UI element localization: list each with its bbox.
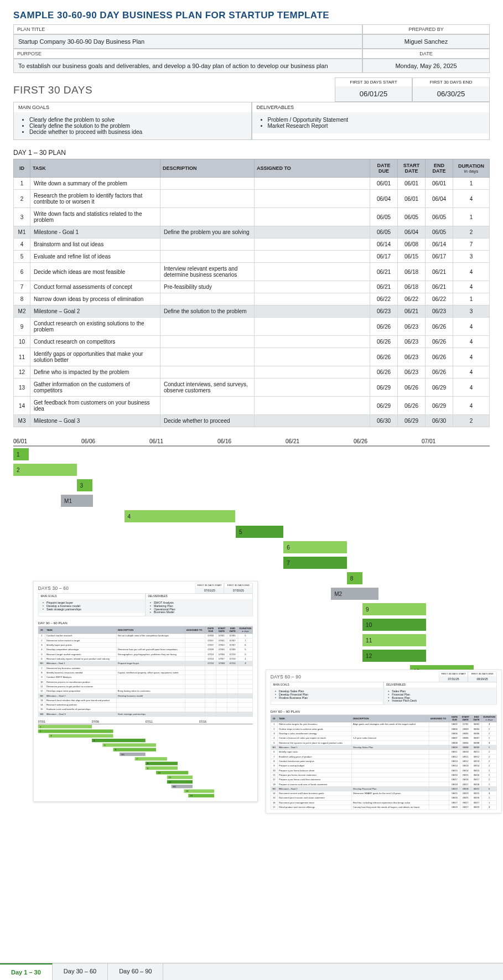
list-item: Market Research Report (268, 123, 482, 129)
table-row: 9Prepare a startup budget08/1408/1308/14… (271, 764, 496, 768)
table-row: 12Develop unique value propositionBring … (38, 689, 252, 693)
first-30-dates: FIRST 30 DAYS START 06/01/25 FIRST 30 DA… (335, 77, 490, 102)
gantt-axis-label: 07/01 (422, 437, 490, 445)
gantt-bar: 3 (49, 734, 113, 738)
sheet-tab[interactable]: Day 1 – 30 (0, 963, 53, 980)
table-row: 2Research the problem to identify factor… (14, 190, 490, 208)
table-row: M1Milestone - Goal 1Develop Sales Plan08… (271, 745, 496, 750)
gantt-row: 3 (13, 478, 490, 493)
gantt-row: 2 (13, 462, 490, 478)
table-row: 1Conduct market researchGet an in-depth … (38, 634, 252, 638)
gantt-bar: 1 (13, 448, 29, 460)
gantt-bar: 2 (38, 729, 113, 733)
table-row: 6Research industry reports related to yo… (38, 657, 252, 661)
list-item: Investor Pitch Deck (392, 699, 492, 703)
gantt-bar: 4 (92, 739, 146, 742)
table-row: 1Define sales targets for your businessA… (271, 722, 496, 727)
first-30-end-label: FIRST 30 DAYS END (413, 78, 489, 86)
gantt-axis-label: 06/06 (81, 437, 149, 445)
overlay1-end-label: FIRST 30 DAYS END (224, 583, 252, 588)
table-row: 14Get feedback from customers on your bu… (14, 397, 490, 415)
table-row: 7Determine key business activities (38, 666, 252, 670)
list-item: Decide whether to proceed with business … (29, 129, 243, 135)
purpose-value: To establish our business goals and deli… (13, 59, 362, 73)
main-goals-label: MAIN GOALS (14, 102, 251, 112)
gantt-row: 5 (13, 524, 490, 540)
overlay2-table: ID TASK DESCRIPTION ASSIGNED TO DATE DUE… (271, 715, 497, 810)
table-row: 3Develop a sales enablement strategy08/0… (271, 732, 496, 736)
gantt-bar: 14 (188, 794, 214, 797)
table-row: M2Milestone – Goal 2Define the solution … (14, 305, 490, 318)
col-desc: DESCRIPTION (160, 159, 255, 178)
gantt-bar: 9 (362, 603, 426, 615)
list-item: Clearly define the solution to the probl… (29, 123, 243, 129)
table-row: 4Create a forecast of sales you expect t… (271, 736, 496, 740)
col-task: TASK (30, 159, 160, 178)
list-item: Seek strategic partnerships (46, 608, 141, 611)
first-30-section: FIRST 30 DAYS FIRST 30 DAYS START 06/01/… (13, 84, 490, 140)
table-row: 11Identify gaps or opportunities that ma… (14, 348, 490, 366)
table-row: 9Conduct SWOT Analysis (38, 675, 252, 680)
plan-title-value: Startup Company 30-60-90 Day Business Pl… (13, 34, 362, 49)
gantt-bar: 9 (146, 766, 178, 770)
col-end: END DATE (426, 159, 453, 178)
table-row: 12Prepare a pro forma cash flow statemen… (271, 777, 496, 782)
plan-1-30-table: ID TASK DESCRIPTION ASSIGNED TO DATE DUE… (13, 159, 490, 427)
gantt-axis-label: 06/16 (217, 437, 286, 445)
table-row: 4Develop competitive advantageDetermine … (38, 647, 252, 652)
first-30-start-value: 06/01/25 (335, 86, 412, 101)
overlay2-deliv-list: Sales PlanFinancial PlanBusiness PlanInv… (388, 689, 492, 702)
gantt-bar: 7 (134, 757, 167, 760)
gantt-bar: 12 (167, 780, 193, 784)
gantt-bar: 13 (184, 789, 214, 792)
gantt-axis-label: 06/01 (13, 437, 81, 445)
gantt-bar: 1 (38, 725, 92, 728)
gantt-bar: 10 (362, 619, 426, 631)
gantt-axis-label: 06/21 (286, 437, 354, 445)
list-item: Problem / Opportunity Statement (268, 117, 482, 123)
col-start: START DATE (398, 159, 426, 178)
gantt-row: 4 (13, 509, 490, 524)
overlay1-table: ID TASK DESCRIPTION ASSIGNED TO DATE DUE… (38, 626, 253, 717)
date-label: DATE (362, 49, 490, 59)
table-row: 3Identify buyer pain points07/0707/0207/… (38, 643, 252, 647)
overlay1-deliv-list: SWOT AnalysisMarketing PlanOperational P… (150, 601, 248, 614)
list-item: Clearly define the problem to solve (29, 117, 243, 123)
gantt-row: 6 (13, 540, 490, 555)
table-row: 6Decide which ideas are most feasibleInt… (14, 263, 490, 281)
table-row: 11Determine process to get product to cu… (38, 684, 252, 688)
gantt-bar: 11 (362, 634, 426, 646)
gantt-bar: 11 (167, 776, 193, 779)
plan-title-label: PLAN TITLE (13, 24, 362, 34)
document-page: SAMPLE 30-60-90 DAY BUSINESS PLAN FOR ST… (0, 0, 503, 980)
table-row: M2Milestone – Goal 2Develop business mod… (38, 693, 252, 698)
table-row: 13Research local retailers that align wi… (38, 698, 252, 702)
table-row: 3Write down facts and statistics related… (14, 208, 490, 226)
overlay1-plan-title: DAY 30 – 60 PLAN (38, 621, 253, 625)
table-row: 2Outline steps to take to achieve sales … (271, 727, 496, 731)
col-dur: DURATIONin days (453, 159, 490, 178)
table-row: 14Research advertising partners (38, 703, 252, 707)
gantt-bar: 4 (125, 510, 236, 522)
table-row: 15Evaluate costs and benefits of partner… (38, 707, 252, 712)
gantt-bar: 3 (77, 479, 92, 491)
gantt-bar: 7 (283, 557, 347, 569)
table-row: 5Determine the systems to put in place t… (271, 740, 496, 745)
gantt-row: M1 (13, 493, 490, 509)
gantt-bar: M2 (171, 785, 193, 788)
table-row: 10Prepare a pro forma balance sheet08/15… (271, 768, 496, 772)
col-due: DATE DUE (370, 159, 398, 178)
table-row: 8Conduct break-even point analysis08/130… (271, 759, 496, 763)
table-row: 7Conduct formal assessments of conceptPr… (14, 281, 490, 293)
overlay1-goals-label: MAIN GOALS (38, 594, 145, 599)
sheet-tab[interactable]: Day 30 – 60 (53, 963, 108, 980)
table-row: 7Establish selling price of product08/12… (271, 754, 496, 759)
prepared-by-value: Miguel Sanchez (362, 34, 490, 49)
prepared-by-label: PREPARED BY (362, 24, 490, 34)
sheet-tabs: Day 1 – 30Day 30 – 60Day 60 – 90 (0, 963, 503, 980)
table-row: M3Milestone – Goal 3Decide whether to pr… (14, 415, 490, 427)
sheet-tab[interactable]: Day 60 – 90 (108, 963, 163, 980)
table-row: 16Document your management teamBrief bio… (271, 800, 496, 805)
first-30-start-label: FIRST 30 DAYS START (335, 78, 412, 86)
table-row: 2Determine niche market to target07/0707… (38, 638, 252, 642)
